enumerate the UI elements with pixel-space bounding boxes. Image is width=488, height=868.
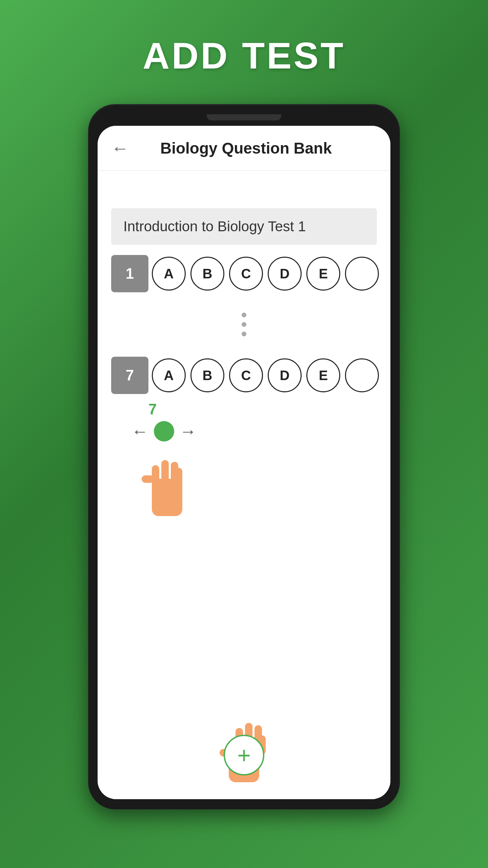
add-icon: + <box>237 744 251 767</box>
answer-option-d-1[interactable]: D <box>268 257 302 291</box>
svg-rect-4 <box>176 468 182 488</box>
answer-option-b-1[interactable]: B <box>190 257 224 291</box>
slider-arrow-right-icon: → <box>180 421 197 441</box>
add-question-button[interactable]: + <box>224 735 264 775</box>
phone-frame: ← Biology Question Bank 1 A B C D E <box>88 104 400 809</box>
dot-2 <box>242 322 246 327</box>
question-row: 1 A B C D E <box>111 252 377 296</box>
dot-3 <box>242 332 246 336</box>
slider-area: 7 ← → <box>131 421 197 441</box>
answer-option-e-1[interactable]: E <box>306 257 340 291</box>
dots-separator <box>111 302 377 347</box>
answer-option-a-1[interactable]: A <box>152 257 186 291</box>
test-name-input[interactable] <box>111 208 377 245</box>
answer-option-blank-7[interactable] <box>345 358 379 392</box>
page-title: ADD TEST <box>143 34 345 77</box>
header-title: Biology Question Bank <box>136 139 357 157</box>
swipe-gesture-hand <box>131 445 199 528</box>
question-row-7: 7 A B C D E <box>111 353 377 397</box>
slider-arrow-left-icon: ← <box>131 421 148 441</box>
answer-options-7: A B C D E <box>152 358 379 392</box>
phone-screen: ← Biology Question Bank 1 A B C D E <box>98 126 390 799</box>
spacer-top <box>111 181 377 201</box>
answer-options-1: A B C D E <box>152 257 379 291</box>
question-number-7: 7 <box>111 357 148 394</box>
answer-option-c-1[interactable]: C <box>229 257 263 291</box>
slider-value: 7 <box>148 401 157 418</box>
answer-option-c-7[interactable]: C <box>229 358 263 392</box>
slider-thumb[interactable] <box>154 421 174 441</box>
answer-option-e-7[interactable]: E <box>306 358 340 392</box>
answer-option-b-7[interactable]: B <box>190 358 224 392</box>
screen-content: 1 A B C D E 7 A <box>98 171 390 799</box>
svg-rect-2 <box>161 460 169 487</box>
phone-notch <box>207 114 281 120</box>
app-header: ← Biology Question Bank <box>98 126 390 171</box>
answer-option-d-7[interactable]: D <box>268 358 302 392</box>
question-number-1: 1 <box>111 255 148 292</box>
answer-option-blank-1[interactable] <box>345 257 379 291</box>
bottom-section: 7 ← → <box>111 404 377 789</box>
svg-rect-5 <box>142 475 154 483</box>
dot-1 <box>242 313 246 317</box>
back-button[interactable]: ← <box>111 138 129 158</box>
answer-option-a-7[interactable]: A <box>152 358 186 392</box>
